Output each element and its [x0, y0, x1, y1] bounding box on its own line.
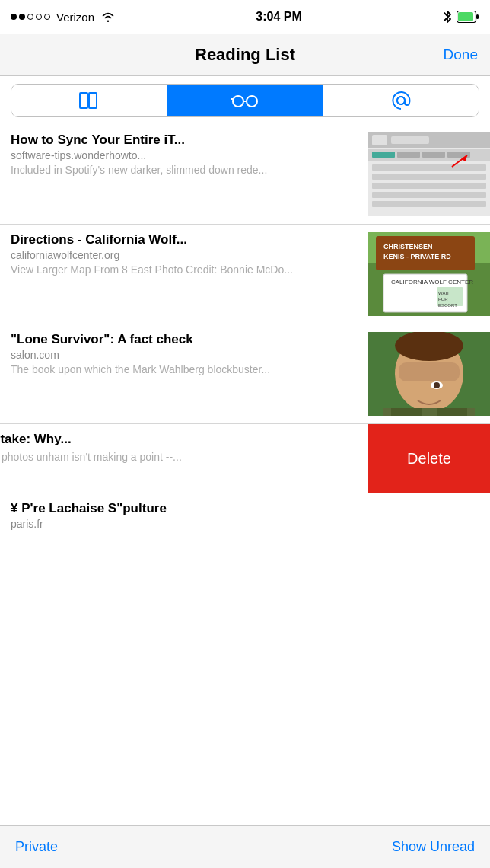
- item-content: Directions - California Wolf... californ…: [11, 232, 368, 316]
- item-content: How to Sync Your Entire iT... software-t…: [11, 132, 368, 216]
- page-title: Reading List: [195, 45, 295, 65]
- wifi-icon: [101, 11, 115, 22]
- svg-rect-23: [372, 201, 486, 207]
- item-content: ¥ P're Lachaise S"pulture paris.fr: [11, 501, 490, 546]
- item-desc: The book upon which the Mark Wahlberg bl…: [11, 363, 362, 375]
- list-item[interactable]: How to Sync Your Entire iT... software-t…: [0, 125, 490, 225]
- svg-rect-44: [391, 408, 422, 416]
- bottom-bar: Private Show Unread: [0, 825, 490, 868]
- delete-button[interactable]: Delete: [407, 450, 451, 468]
- svg-text:ESCORT: ESCORT: [438, 303, 457, 308]
- signal-dot-4: [36, 14, 42, 20]
- item-thumbnail: [368, 332, 490, 416]
- item-desc: View Larger Map From 8 East Photo Credit…: [11, 263, 362, 276]
- svg-text:CALIFORNIA WOLF CENTER: CALIFORNIA WOLF CENTER: [391, 279, 473, 286]
- list-item[interactable]: Directions - California Wolf... californ…: [0, 225, 490, 324]
- svg-rect-39: [399, 362, 460, 381]
- item-content: "Lone Survivor": A fact check salon.com …: [11, 332, 368, 416]
- item-title: How to Sync Your Entire iT...: [11, 132, 362, 148]
- tab-bar: [11, 84, 479, 117]
- lena-item-shifted: Lena Dunham mistake: Why... bounty for u…: [0, 424, 368, 493]
- svg-rect-22: [372, 192, 486, 198]
- private-button[interactable]: Private: [15, 839, 58, 855]
- svg-rect-19: [372, 164, 486, 171]
- status-time: 3:04 PM: [256, 10, 301, 24]
- signal-dot-2: [19, 14, 25, 20]
- svg-rect-21: [372, 183, 486, 189]
- svg-point-6: [247, 96, 257, 107]
- signal-dot-3: [27, 14, 33, 20]
- battery-icon: [457, 11, 479, 23]
- svg-rect-2: [458, 12, 473, 21]
- item-desc: bounty for unretouched photos unham isn'…: [0, 451, 362, 463]
- item-url: californiawolfcenter.org: [11, 249, 362, 261]
- item-title: Lena Dunham mistake: Why...: [0, 432, 362, 447]
- svg-text:WAIT: WAIT: [438, 291, 450, 295]
- item-title: Directions - California Wolf...: [11, 232, 362, 247]
- svg-rect-4: [89, 93, 97, 108]
- svg-rect-13: [391, 136, 429, 144]
- done-button[interactable]: Done: [444, 46, 478, 63]
- delete-button-container[interactable]: Delete: [368, 424, 490, 493]
- svg-rect-3: [80, 93, 88, 108]
- signal-dots: [11, 14, 50, 20]
- tab-bookmarks[interactable]: [11, 85, 167, 116]
- item-desc: Included in Spotify's new darker, slimme…: [11, 164, 362, 176]
- svg-rect-16: [397, 152, 420, 158]
- svg-rect-12: [372, 135, 387, 145]
- svg-text:FOR: FOR: [438, 297, 448, 302]
- status-bar: Verizon 3:04 PM: [0, 0, 490, 34]
- svg-text:CHRISTENSEN: CHRISTENSEN: [383, 243, 433, 251]
- signal-dot-5: [44, 14, 50, 20]
- status-left: Verizon: [11, 11, 115, 24]
- svg-point-42: [434, 382, 440, 388]
- show-unread-button[interactable]: Show Unread: [392, 839, 475, 855]
- svg-point-5: [233, 96, 243, 107]
- tab-shared-links[interactable]: [323, 85, 479, 116]
- svg-text:KENIS - PRIVATE RD: KENIS - PRIVATE RD: [383, 253, 451, 260]
- carrier-label: Verizon: [56, 11, 94, 24]
- svg-rect-17: [422, 152, 445, 158]
- item-title: "Lone Survivor": A fact check: [11, 332, 362, 347]
- tab-reading-list[interactable]: [167, 85, 323, 116]
- item-thumbnail: CHRISTENSEN KENIS - PRIVATE RD CALIFORNI…: [368, 232, 490, 316]
- article-list: How to Sync Your Entire iT... software-t…: [0, 125, 490, 554]
- item-content: Lena Dunham mistake: Why... bounty for u…: [0, 432, 368, 485]
- item-url: paris.fr: [11, 518, 484, 530]
- item-thumbnail: [368, 132, 490, 216]
- item-url: software-tips.wonderhowto...: [11, 149, 362, 161]
- svg-rect-1: [476, 14, 479, 19]
- status-right: [443, 10, 479, 24]
- list-item-swipeable[interactable]: Lena Dunham mistake: Why... bounty for u…: [0, 424, 490, 493]
- svg-rect-15: [372, 152, 395, 158]
- nav-bar: Reading List Done: [0, 34, 490, 76]
- item-title: ¥ P're Lachaise S"pulture: [11, 501, 484, 516]
- list-item[interactable]: "Lone Survivor": A fact check salon.com …: [0, 324, 490, 424]
- bluetooth-icon: [443, 10, 452, 24]
- item-url: salon.com: [11, 349, 362, 361]
- svg-rect-45: [437, 408, 467, 416]
- signal-dot-1: [11, 14, 17, 20]
- svg-rect-20: [372, 174, 486, 180]
- list-item[interactable]: ¥ P're Lachaise S"pulture paris.fr: [0, 493, 490, 554]
